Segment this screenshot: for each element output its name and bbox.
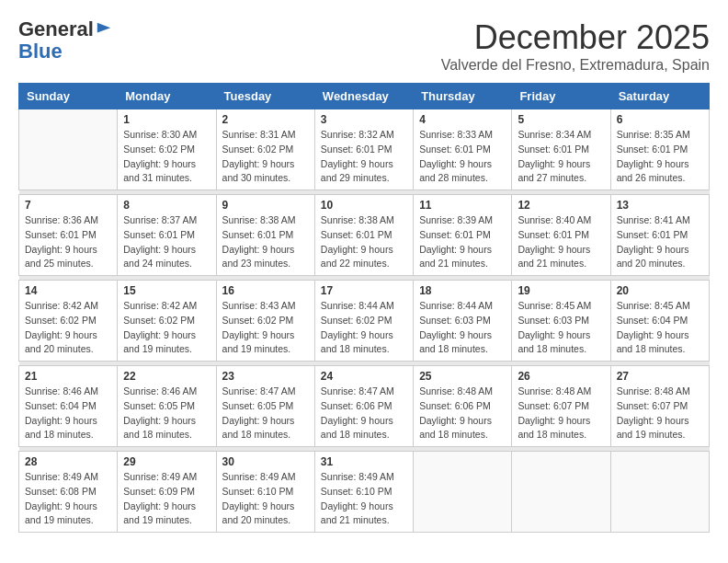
calendar-cell: 25Sunrise: 8:48 AMSunset: 6:06 PMDayligh… xyxy=(414,366,512,447)
calendar-cell: 21Sunrise: 8:46 AMSunset: 6:04 PMDayligh… xyxy=(19,366,118,447)
calendar-cell: 16Sunrise: 8:43 AMSunset: 6:02 PMDayligh… xyxy=(216,281,314,362)
day-info: Sunrise: 8:47 AMSunset: 6:05 PMDaylight:… xyxy=(222,385,309,442)
column-header-sunday: Sunday xyxy=(19,84,118,109)
column-header-tuesday: Tuesday xyxy=(216,84,314,109)
calendar-cell: 26Sunrise: 8:48 AMSunset: 6:07 PMDayligh… xyxy=(512,366,610,447)
day-number: 6 xyxy=(617,113,703,126)
day-number: 17 xyxy=(321,284,407,297)
day-info: Sunrise: 8:42 AMSunset: 6:02 PMDaylight:… xyxy=(25,299,111,357)
calendar-cell: 19Sunrise: 8:45 AMSunset: 6:03 PMDayligh… xyxy=(512,281,610,362)
column-header-monday: Monday xyxy=(118,84,216,109)
calendar-cell: 17Sunrise: 8:44 AMSunset: 6:02 PMDayligh… xyxy=(314,281,413,362)
calendar-cell: 23Sunrise: 8:47 AMSunset: 6:05 PMDayligh… xyxy=(216,366,314,447)
day-number: 28 xyxy=(25,455,111,468)
day-info: Sunrise: 8:49 AMSunset: 6:10 PMDaylight:… xyxy=(321,470,407,528)
day-info: Sunrise: 8:48 AMSunset: 6:07 PMDaylight:… xyxy=(518,385,604,442)
week-row-4: 21Sunrise: 8:46 AMSunset: 6:04 PMDayligh… xyxy=(19,366,710,447)
calendar-cell: 6Sunrise: 8:35 AMSunset: 6:01 PMDaylight… xyxy=(610,109,709,190)
calendar-cell: 3Sunrise: 8:32 AMSunset: 6:01 PMDaylight… xyxy=(314,109,413,190)
day-number: 24 xyxy=(321,370,407,383)
day-number: 21 xyxy=(25,370,111,383)
day-info: Sunrise: 8:44 AMSunset: 6:03 PMDaylight:… xyxy=(419,299,506,357)
calendar-cell: 11Sunrise: 8:39 AMSunset: 6:01 PMDayligh… xyxy=(414,195,512,276)
day-number: 16 xyxy=(222,284,309,297)
day-info: Sunrise: 8:38 AMSunset: 6:01 PMDaylight:… xyxy=(222,213,309,271)
day-info: Sunrise: 8:31 AMSunset: 6:02 PMDaylight:… xyxy=(222,128,309,186)
calendar-cell: 2Sunrise: 8:31 AMSunset: 6:02 PMDaylight… xyxy=(216,109,314,190)
column-header-wednesday: Wednesday xyxy=(314,84,413,109)
day-info: Sunrise: 8:33 AMSunset: 6:01 PMDaylight:… xyxy=(419,128,506,186)
day-number: 3 xyxy=(321,113,407,126)
column-header-friday: Friday xyxy=(512,84,610,109)
day-info: Sunrise: 8:44 AMSunset: 6:02 PMDaylight:… xyxy=(321,299,407,357)
title-block: December 2025 Valverde del Fresno, Extre… xyxy=(441,18,710,74)
column-header-thursday: Thursday xyxy=(414,84,512,109)
day-info: Sunrise: 8:30 AMSunset: 6:02 PMDaylight:… xyxy=(123,128,210,186)
day-number: 20 xyxy=(617,284,703,297)
day-number: 29 xyxy=(123,455,210,468)
calendar-cell: 29Sunrise: 8:49 AMSunset: 6:09 PMDayligh… xyxy=(118,452,216,533)
calendar-cell: 8Sunrise: 8:37 AMSunset: 6:01 PMDaylight… xyxy=(118,195,216,276)
week-row-3: 14Sunrise: 8:42 AMSunset: 6:02 PMDayligh… xyxy=(19,281,710,362)
week-row-1: 1Sunrise: 8:30 AMSunset: 6:02 PMDaylight… xyxy=(19,109,710,190)
day-info: Sunrise: 8:46 AMSunset: 6:05 PMDaylight:… xyxy=(123,385,210,442)
calendar-cell: 9Sunrise: 8:38 AMSunset: 6:01 PMDaylight… xyxy=(216,195,314,276)
day-info: Sunrise: 8:45 AMSunset: 6:03 PMDaylight:… xyxy=(518,299,604,357)
calendar-table: SundayMondayTuesdayWednesdayThursdayFrid… xyxy=(18,83,710,533)
day-number: 30 xyxy=(222,455,309,468)
header-row: SundayMondayTuesdayWednesdayThursdayFrid… xyxy=(19,84,710,109)
calendar-cell: 15Sunrise: 8:42 AMSunset: 6:02 PMDayligh… xyxy=(118,281,216,362)
calendar-cell xyxy=(512,452,610,533)
calendar-cell: 1Sunrise: 8:30 AMSunset: 6:02 PMDaylight… xyxy=(118,109,216,190)
day-number: 25 xyxy=(419,370,506,383)
calendar-cell: 10Sunrise: 8:38 AMSunset: 6:01 PMDayligh… xyxy=(314,195,413,276)
calendar-cell: 12Sunrise: 8:40 AMSunset: 6:01 PMDayligh… xyxy=(512,195,610,276)
calendar-cell: 14Sunrise: 8:42 AMSunset: 6:02 PMDayligh… xyxy=(19,281,118,362)
day-info: Sunrise: 8:49 AMSunset: 6:08 PMDaylight:… xyxy=(25,470,111,528)
calendar-cell xyxy=(19,109,118,190)
calendar-cell: 27Sunrise: 8:48 AMSunset: 6:07 PMDayligh… xyxy=(610,366,709,447)
day-info: Sunrise: 8:49 AMSunset: 6:09 PMDaylight:… xyxy=(123,470,210,528)
calendar-cell: 13Sunrise: 8:41 AMSunset: 6:01 PMDayligh… xyxy=(610,195,709,276)
day-info: Sunrise: 8:43 AMSunset: 6:02 PMDaylight:… xyxy=(222,299,309,357)
day-info: Sunrise: 8:41 AMSunset: 6:01 PMDaylight:… xyxy=(617,213,703,271)
day-number: 11 xyxy=(419,199,506,212)
day-number: 15 xyxy=(123,284,210,297)
header: General Blue December 2025 Valverde del … xyxy=(18,18,710,74)
day-info: Sunrise: 8:37 AMSunset: 6:01 PMDaylight:… xyxy=(123,213,210,271)
week-row-5: 28Sunrise: 8:49 AMSunset: 6:08 PMDayligh… xyxy=(19,452,710,533)
day-number: 27 xyxy=(617,370,703,383)
day-number: 1 xyxy=(123,113,210,126)
calendar-cell xyxy=(610,452,709,533)
calendar-cell xyxy=(414,452,512,533)
logo-flag-icon xyxy=(96,21,112,38)
day-info: Sunrise: 8:49 AMSunset: 6:10 PMDaylight:… xyxy=(222,470,309,528)
svg-marker-0 xyxy=(97,23,110,33)
calendar-cell: 24Sunrise: 8:47 AMSunset: 6:06 PMDayligh… xyxy=(314,366,413,447)
calendar-cell: 28Sunrise: 8:49 AMSunset: 6:08 PMDayligh… xyxy=(19,452,118,533)
day-info: Sunrise: 8:36 AMSunset: 6:01 PMDaylight:… xyxy=(25,213,111,271)
day-number: 19 xyxy=(518,284,604,297)
column-header-saturday: Saturday xyxy=(610,84,709,109)
calendar-cell: 18Sunrise: 8:44 AMSunset: 6:03 PMDayligh… xyxy=(414,281,512,362)
calendar-cell: 5Sunrise: 8:34 AMSunset: 6:01 PMDaylight… xyxy=(512,109,610,190)
day-number: 13 xyxy=(617,199,703,212)
day-number: 14 xyxy=(25,284,111,297)
day-number: 9 xyxy=(222,199,309,212)
month-title: December 2025 xyxy=(441,18,710,57)
logo: General Blue xyxy=(18,18,112,63)
calendar-cell: 22Sunrise: 8:46 AMSunset: 6:05 PMDayligh… xyxy=(118,366,216,447)
day-number: 7 xyxy=(25,199,111,212)
day-info: Sunrise: 8:42 AMSunset: 6:02 PMDaylight:… xyxy=(123,299,210,357)
day-info: Sunrise: 8:45 AMSunset: 6:04 PMDaylight:… xyxy=(617,299,703,357)
day-info: Sunrise: 8:35 AMSunset: 6:01 PMDaylight:… xyxy=(617,128,703,186)
week-row-2: 7Sunrise: 8:36 AMSunset: 6:01 PMDaylight… xyxy=(19,195,710,276)
logo-blue-text: Blue xyxy=(18,40,63,63)
day-number: 31 xyxy=(321,455,407,468)
location-title: Valverde del Fresno, Extremadura, Spain xyxy=(441,57,710,74)
calendar-cell: 4Sunrise: 8:33 AMSunset: 6:01 PMDaylight… xyxy=(414,109,512,190)
day-number: 18 xyxy=(419,284,506,297)
logo-general-text: General xyxy=(18,18,94,40)
day-info: Sunrise: 8:39 AMSunset: 6:01 PMDaylight:… xyxy=(419,213,506,271)
day-number: 26 xyxy=(518,370,604,383)
